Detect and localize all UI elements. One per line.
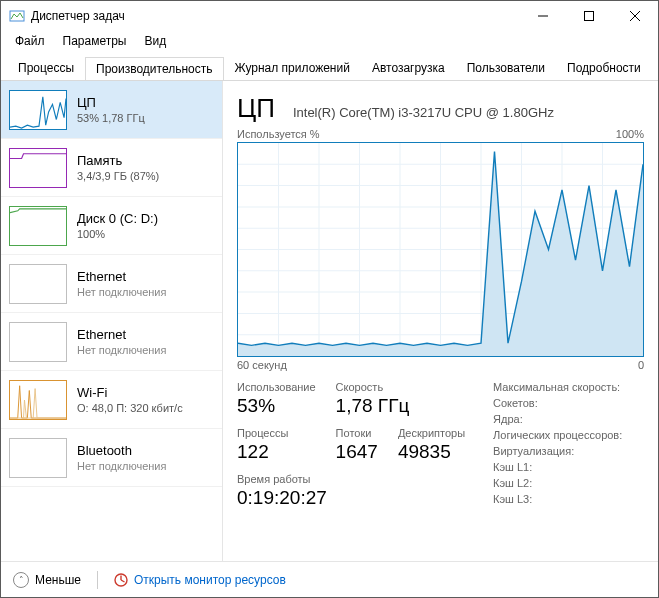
sidebar-item-sub: Нет подключения bbox=[77, 460, 166, 472]
sidebar-item-bluetooth[interactable]: Bluetooth Нет подключения bbox=[1, 429, 222, 487]
chart-x-right: 0 bbox=[638, 359, 644, 371]
chevron-up-icon: ˄ bbox=[13, 572, 29, 588]
uptime-label: Время работы bbox=[237, 473, 465, 485]
chart-x-left: 60 секунд bbox=[237, 359, 287, 371]
detail-pane: ЦП Intel(R) Core(TM) i3-3217U CPU @ 1.80… bbox=[223, 81, 658, 561]
svg-rect-2 bbox=[585, 12, 594, 21]
l3-label: Кэш L3: bbox=[493, 493, 532, 505]
bluetooth-thumb-icon bbox=[9, 438, 67, 478]
fewer-label: Меньше bbox=[35, 573, 81, 587]
tab-strip: Процессы Производительность Журнал прило… bbox=[1, 55, 658, 81]
tab-details[interactable]: Подробности bbox=[556, 56, 652, 79]
resmon-label: Открыть монитор ресурсов bbox=[134, 573, 286, 587]
svg-line-26 bbox=[121, 580, 125, 582]
sidebar-item-label: Bluetooth bbox=[77, 443, 166, 458]
speed-label: Скорость bbox=[336, 381, 465, 393]
disk-thumb-icon bbox=[9, 206, 67, 246]
l2-label: Кэш L2: bbox=[493, 477, 532, 489]
resmon-icon bbox=[114, 573, 128, 587]
task-manager-window: Диспетчер задач Файл Параметры Вид Проце… bbox=[0, 0, 659, 598]
chart-y-label: Используется % bbox=[237, 128, 320, 140]
content-area: ЦП 53% 1,78 ГГц Память 3,4/3,9 ГБ (87%) bbox=[1, 81, 658, 561]
usage-label: Использование bbox=[237, 381, 316, 393]
sidebar-item-label: Ethernet bbox=[77, 269, 166, 284]
tab-performance[interactable]: Производительность bbox=[85, 57, 223, 80]
sidebar-item-wifi[interactable]: Wi-Fi О: 48,0 П: 320 кбит/с bbox=[1, 371, 222, 429]
uptime-value: 0:19:20:27 bbox=[237, 487, 465, 509]
ethernet-thumb-icon bbox=[9, 322, 67, 362]
maxspeed-label: Максимальная скорость: bbox=[493, 381, 620, 393]
sidebar-item-label: Память bbox=[77, 153, 159, 168]
cpu-model: Intel(R) Core(TM) i3-3217U CPU @ 1.80GHz bbox=[293, 105, 554, 120]
maximize-button[interactable] bbox=[566, 1, 612, 31]
sockets-label: Сокетов: bbox=[493, 397, 538, 409]
sidebar-item-label: Ethernet bbox=[77, 327, 166, 342]
footer-separator bbox=[97, 571, 98, 589]
l1-label: Кэш L1: bbox=[493, 461, 532, 473]
virt-label: Виртуализация: bbox=[493, 445, 574, 457]
sidebar-item-sub: 100% bbox=[77, 228, 158, 240]
handles-value: 49835 bbox=[398, 441, 465, 463]
tab-services[interactable]: Сл bbox=[652, 56, 659, 79]
app-icon bbox=[9, 8, 25, 24]
sidebar-item-sub: 3,4/3,9 ГБ (87%) bbox=[77, 170, 159, 182]
processes-label: Процессы bbox=[237, 427, 316, 439]
processes-value: 122 bbox=[237, 441, 316, 463]
tab-startup[interactable]: Автозагрузка bbox=[361, 56, 456, 79]
sidebar-item-sub: О: 48,0 П: 320 кбит/с bbox=[77, 402, 183, 414]
threads-label: Потоки bbox=[336, 427, 378, 439]
sidebar-item-ethernet-1[interactable]: Ethernet Нет подключения bbox=[1, 255, 222, 313]
lproc-label: Логических процессоров: bbox=[493, 429, 622, 441]
open-resmon-link[interactable]: Открыть монитор ресурсов bbox=[114, 573, 286, 587]
cpu-usage-chart[interactable] bbox=[237, 142, 644, 357]
chart-y-max: 100% bbox=[616, 128, 644, 140]
stats-area: Использование 53% Скорость 1,78 ГГц Проц… bbox=[237, 381, 644, 509]
minimize-button[interactable] bbox=[520, 1, 566, 31]
detail-title: ЦП bbox=[237, 93, 275, 124]
titlebar: Диспетчер задач bbox=[1, 1, 658, 31]
tab-app-history[interactable]: Журнал приложений bbox=[224, 56, 361, 79]
performance-sidebar: ЦП 53% 1,78 ГГц Память 3,4/3,9 ГБ (87%) bbox=[1, 81, 223, 561]
ethernet-thumb-icon bbox=[9, 264, 67, 304]
sidebar-item-label: Диск 0 (C: D:) bbox=[77, 211, 158, 226]
handles-label: Дескрипторы bbox=[398, 427, 465, 439]
sidebar-item-sub: 53% 1,78 ГГц bbox=[77, 112, 145, 124]
wifi-thumb-icon bbox=[9, 380, 67, 420]
footer: ˄ Меньше Открыть монитор ресурсов bbox=[1, 561, 658, 597]
threads-value: 1647 bbox=[336, 441, 378, 463]
speed-value: 1,78 ГГц bbox=[336, 395, 465, 417]
sidebar-item-memory[interactable]: Память 3,4/3,9 ГБ (87%) bbox=[1, 139, 222, 197]
memory-thumb-icon bbox=[9, 148, 67, 188]
sidebar-item-sub: Нет подключения bbox=[77, 344, 166, 356]
sidebar-item-cpu[interactable]: ЦП 53% 1,78 ГГц bbox=[1, 81, 222, 139]
sidebar-item-label: ЦП bbox=[77, 95, 145, 110]
sidebar-item-sub: Нет подключения bbox=[77, 286, 166, 298]
fewer-details-button[interactable]: ˄ Меньше bbox=[13, 572, 81, 588]
menu-options[interactable]: Параметры bbox=[55, 32, 135, 50]
menubar: Файл Параметры Вид bbox=[1, 31, 658, 51]
cpu-thumb-icon bbox=[9, 90, 67, 130]
menu-view[interactable]: Вид bbox=[136, 32, 174, 50]
close-button[interactable] bbox=[612, 1, 658, 31]
window-title: Диспетчер задач bbox=[31, 9, 520, 23]
sidebar-item-ethernet-2[interactable]: Ethernet Нет подключения bbox=[1, 313, 222, 371]
window-controls bbox=[520, 1, 658, 31]
sidebar-item-label: Wi-Fi bbox=[77, 385, 183, 400]
sidebar-item-disk[interactable]: Диск 0 (C: D:) 100% bbox=[1, 197, 222, 255]
cores-label: Ядра: bbox=[493, 413, 523, 425]
tab-processes[interactable]: Процессы bbox=[7, 56, 85, 79]
tab-users[interactable]: Пользователи bbox=[456, 56, 556, 79]
menu-file[interactable]: Файл bbox=[7, 32, 53, 50]
usage-value: 53% bbox=[237, 395, 316, 417]
